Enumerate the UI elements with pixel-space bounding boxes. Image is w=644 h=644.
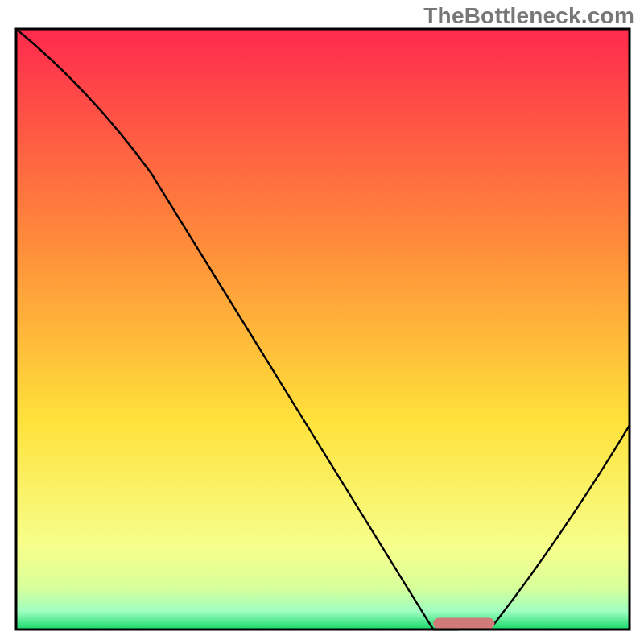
optimal-indicator [433, 618, 494, 630]
chart-container: TheBottleneck.com [0, 0, 644, 644]
bottleneck-chart [0, 0, 644, 644]
watermark: TheBottleneck.com [423, 3, 634, 29]
